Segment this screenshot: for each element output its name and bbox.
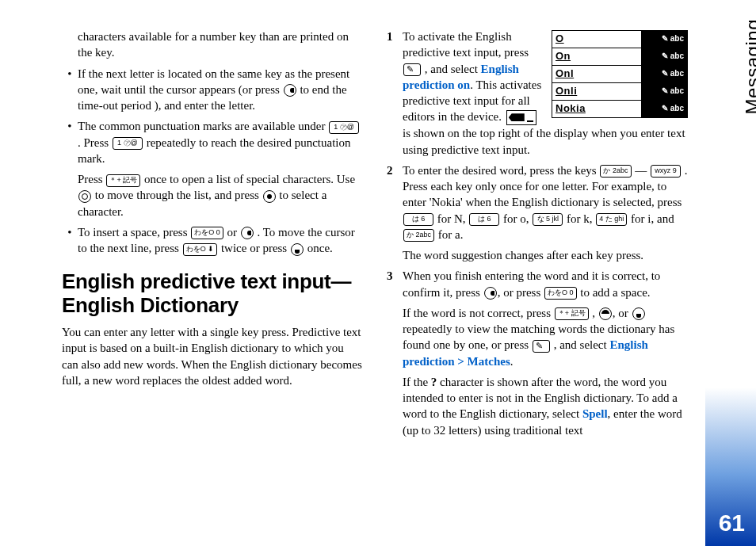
bullet-insert-space: • To insert a space, press わをO 0 or . To… — [62, 224, 363, 257]
key-5-icon: な 5 jkl — [533, 213, 563, 226]
select-center-icon — [263, 190, 276, 203]
key-0-icon: わをO 0 — [544, 287, 577, 300]
scroll-right-icon — [484, 287, 497, 300]
text: Press — [78, 173, 105, 185]
text: . — [510, 355, 514, 368]
pen-key-icon — [403, 63, 421, 76]
text: . Press — [78, 136, 112, 149]
key-star-icon: ＊+ 記号 — [106, 174, 140, 187]
text: or — [227, 226, 240, 239]
phone-row-tag: abc — [641, 31, 687, 48]
text: to move through the list, and press — [95, 189, 262, 201]
text: is shown on the top right of the display… — [403, 127, 685, 155]
key-star-icon: ＊+ 記号 — [555, 307, 589, 320]
text: twice or press — [221, 242, 290, 254]
key-4-icon: 4 た ghi — [596, 213, 627, 226]
text: to add a space. — [580, 286, 650, 299]
predictive-phone-illustration: Oabc Onabc Onlabc Onliabc Nokiaabc — [552, 30, 688, 118]
text: To insert a space, press — [78, 226, 190, 239]
text: To enter the desired word, press the key… — [403, 164, 599, 177]
step-2: 2 To enter the desired word, press the k… — [387, 162, 688, 264]
scroll-down-icon — [632, 307, 645, 320]
fragment-continuation: characters available for a number key th… — [78, 29, 363, 61]
pen-key-icon — [533, 340, 550, 353]
highlight-spell: Spell — [582, 407, 608, 420]
bullet-punctuation: • The common punctuation marks are avail… — [62, 118, 363, 220]
phone-row-tag: abc — [641, 101, 687, 117]
scroll-any-icon — [78, 190, 91, 203]
key-9-icon: wxyz 9 — [651, 165, 681, 178]
text: — — [635, 164, 650, 177]
text: If the — [403, 376, 431, 388]
phone-row-tag: abc — [641, 83, 687, 100]
key-6-icon: は 6 — [403, 213, 433, 226]
predictive-indicator-icon — [506, 110, 536, 125]
text: To activate the English predictive text … — [403, 30, 529, 59]
column-left: characters available for a number key th… — [62, 24, 363, 515]
text: , and select — [425, 63, 481, 75]
phone-row-tag: abc — [641, 66, 687, 82]
text: for a. — [438, 228, 464, 241]
bullet-next-letter: • If the next letter is located on the s… — [62, 66, 363, 114]
side-tab-label: Messaging — [742, 19, 756, 115]
text: , and select — [554, 338, 610, 351]
section-heading: English predictive text input—English Di… — [62, 270, 363, 318]
scroll-right-icon — [241, 227, 254, 239]
text: The word suggestion changes after each k… — [403, 249, 643, 262]
text: once to open a list of special character… — [144, 173, 355, 185]
text: for k, — [567, 212, 595, 225]
step-3: 3 When you finish entering the word and … — [387, 268, 688, 438]
scroll-up-icon — [599, 307, 612, 320]
text: , or press — [498, 286, 544, 299]
phone-row-label: On — [552, 48, 641, 65]
key-0-icon: わをO ⬇ — [183, 243, 218, 256]
text: for o, — [503, 212, 532, 225]
phone-row-label: O — [552, 31, 641, 48]
text: once. — [307, 242, 333, 254]
phone-row-label: Nokia — [552, 101, 641, 117]
text: The common punctuation marks are availab… — [78, 120, 328, 132]
scroll-right-icon — [284, 84, 296, 97]
page-number: 61 — [719, 510, 745, 536]
step-1: 1 Oabc Onabc Onlabc Onliabc Nokiaabc To … — [387, 29, 688, 158]
key-1-icon: 1 ㋐@ — [113, 137, 143, 150]
key-1-icon: 1 ㋐@ — [329, 121, 359, 134]
intro-paragraph: You can enter any letter with a single k… — [62, 324, 363, 388]
key-2-icon: か 2abc — [403, 229, 434, 242]
phone-row-label: Onli — [552, 83, 641, 100]
text: , — [592, 307, 598, 319]
scroll-down-icon — [291, 243, 304, 256]
text: for i, and — [631, 212, 674, 225]
text: If the word is not correct, press — [403, 307, 554, 319]
key-6-icon: は 6 — [469, 213, 499, 226]
column-right: 1 Oabc Onabc Onlabc Onliabc Nokiaabc To … — [387, 24, 688, 515]
key-2-icon: か 2abc — [600, 165, 631, 178]
phone-row-tag: abc — [641, 48, 687, 65]
text: for N, — [437, 212, 469, 225]
phone-row-label: Onl — [552, 66, 641, 82]
key-0-icon: わをO 0 — [191, 227, 223, 239]
text: , or — [613, 307, 632, 319]
